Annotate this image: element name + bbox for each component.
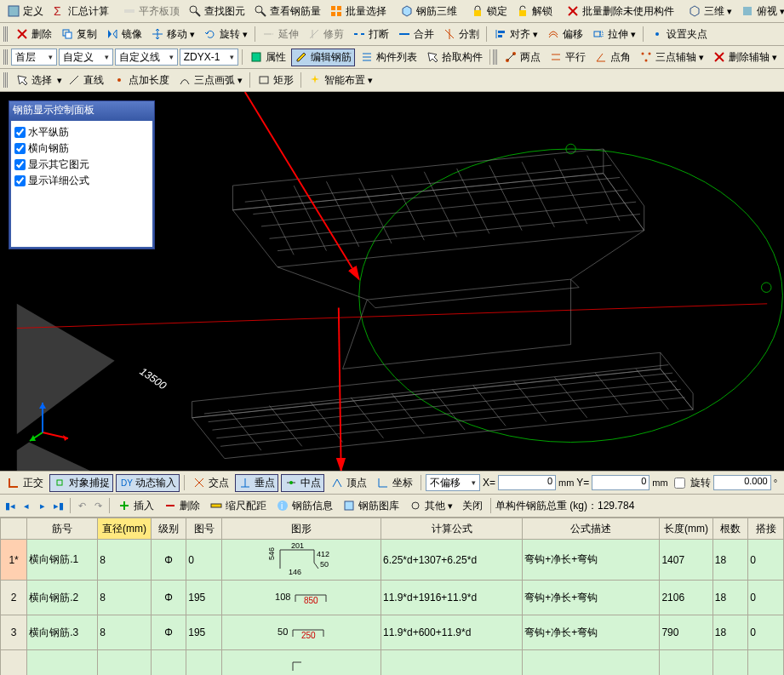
snap-btn[interactable]: 对象捕捉 <box>49 474 113 492</box>
props-btn[interactable]: 属性 <box>246 49 289 66</box>
define-btn[interactable]: 定义 <box>3 3 47 20</box>
rect-btn[interactable]: 矩形 <box>254 72 297 89</box>
parallel-btn[interactable]: 平行 <box>546 49 589 66</box>
smart-btn[interactable]: 智能布置▾ <box>305 72 376 89</box>
custom-input[interactable] <box>61 50 103 64</box>
lock-btn[interactable]: 锁定 <box>467 3 511 20</box>
chk-item[interactable]: 水平纵筋 <box>14 124 149 140</box>
chk-item[interactable]: 显示详细公式 <box>14 173 149 189</box>
table-row[interactable]: 3 横向钢筋.3 8 Φ 195 50 250 11.9*d+600+11.9*… <box>1 615 784 650</box>
find-btn[interactable]: 查找图元 <box>185 3 249 20</box>
delaux-btn[interactable]: 删除辅轴▾ <box>709 49 781 66</box>
x-input[interactable]: 0 <box>498 475 556 490</box>
rebar3d-btn[interactable]: 钢筋三维 <box>397 3 461 20</box>
mirror-icon <box>106 27 119 41</box>
merge-btn[interactable]: 合并 <box>394 26 438 43</box>
break-btn[interactable]: 打断 <box>349 26 392 43</box>
twopoint-btn[interactable]: 两点 <box>501 49 544 66</box>
3d-btn[interactable]: 三维▾ <box>684 3 735 20</box>
mid-btn[interactable]: 中点 <box>281 474 324 492</box>
threepoint-btn[interactable]: 三点辅轴▾ <box>636 49 707 66</box>
svg-rect-9 <box>331 12 335 16</box>
rotate-btn[interactable]: 旋转▾ <box>200 26 251 43</box>
layer-input[interactable] <box>14 50 47 64</box>
select-btn[interactable]: 选择 <box>12 72 55 89</box>
customline-dd[interactable]: ▾ <box>115 49 178 66</box>
close-btn[interactable]: 关闭 <box>459 497 486 515</box>
rot-chk[interactable] <box>674 478 685 489</box>
ortho-btn[interactable]: 正交 <box>3 474 47 492</box>
vertex-btn[interactable]: 顶点 <box>327 474 370 492</box>
rebarinfo-btn[interactable]: i钢筋信息 <box>272 497 336 515</box>
y-input[interactable]: 0 <box>592 475 650 490</box>
pointangle-btn[interactable]: 点角 <box>591 49 634 66</box>
split-btn[interactable]: 分割 <box>439 26 483 43</box>
move-btn[interactable]: 移动▾ <box>147 26 198 43</box>
summary-btn[interactable]: Σ汇总计算 <box>49 3 112 20</box>
redo-icon[interactable]: ↷ <box>91 499 105 512</box>
prev-icon[interactable]: ◂ <box>20 499 33 512</box>
svg-line-56 <box>17 304 767 329</box>
toolbar-edit: 删除 复制 镜像 移动▾ 旋转▾ 延伸 修剪 打断 合并 分割 对齐▾ 偏移 拉… <box>0 23 784 46</box>
offset-btn[interactable]: 偏移 <box>543 26 587 43</box>
svg-point-5 <box>255 6 262 13</box>
first-icon[interactable]: ▮◂ <box>3 499 17 512</box>
next-icon[interactable]: ▸ <box>36 499 49 512</box>
svg-text:250: 250 <box>301 631 316 640</box>
undo-icon[interactable]: ↶ <box>75 499 89 512</box>
svg-rect-97 <box>57 480 62 485</box>
pick-btn[interactable]: 拾取构件 <box>422 49 486 66</box>
del-btn[interactable]: 删除 <box>160 497 203 515</box>
setpoint-btn[interactable]: 设置夹点 <box>647 26 711 43</box>
rotate-icon <box>203 27 217 41</box>
chk-item[interactable]: 显示其它图元 <box>14 157 149 173</box>
intersect-btn[interactable]: 交点 <box>189 474 232 492</box>
perp-btn[interactable]: 垂点 <box>235 474 278 492</box>
trim-btn[interactable]: 修剪 <box>304 26 347 43</box>
arc-btn[interactable]: 三点画弧▾ <box>175 72 246 89</box>
table-row[interactable]: 2 横向钢筋.2 8 Φ 195 108 850 11.9*d+1916+11.… <box>1 581 784 615</box>
batchdel-btn[interactable]: 批量删除未使用构件 <box>563 3 678 20</box>
dimension-label: 13500 <box>138 365 169 392</box>
mirror-btn[interactable]: 镜像 <box>102 26 146 43</box>
editrebar-btn[interactable]: 编辑钢筋 <box>291 49 355 66</box>
rebar-table[interactable]: 筋号 直径(mm) 级别 图号 图形 计算公式 公式描述 长度(mm) 根数 搭… <box>0 517 784 675</box>
stretch-btn[interactable]: 拉伸▾ <box>588 26 639 43</box>
scaledist-btn[interactable]: 缩尺配距 <box>206 497 270 515</box>
viewrebar-btn[interactable]: 查看钢筋量 <box>250 3 324 20</box>
unlock-btn[interactable]: 解锁 <box>512 3 556 20</box>
addpoint-btn[interactable]: 点加长度 <box>109 72 173 89</box>
copy-btn[interactable]: 复制 <box>57 26 100 43</box>
last-icon[interactable]: ▸▮ <box>52 499 66 512</box>
svg-line-81 <box>359 178 392 243</box>
snap-icon <box>53 476 66 489</box>
dyn-btn[interactable]: DYN动态输入 <box>116 474 180 492</box>
coord-btn[interactable]: 坐标 <box>373 474 416 492</box>
insert-btn[interactable]: 插入 <box>114 497 157 515</box>
other-btn[interactable]: 其他▾ <box>405 497 456 515</box>
rot-input[interactable]: 0.000 <box>713 475 771 490</box>
search-icon <box>254 4 267 18</box>
line-btn[interactable]: 直线 <box>64 72 107 89</box>
code-dd[interactable]: ▾ <box>180 49 238 66</box>
list-icon <box>360 50 374 64</box>
custom-dd[interactable]: ▾ <box>59 49 113 66</box>
layer-dd[interactable]: ▾ <box>11 49 57 66</box>
del-btn[interactable]: 删除 <box>12 26 55 43</box>
batchsel-btn[interactable]: 批量选择 <box>326 3 390 20</box>
extend-btn[interactable]: 延伸 <box>259 26 302 43</box>
align-btn[interactable]: 对齐▾ <box>490 26 541 43</box>
viewport-3d[interactable]: 13500 钢筋显示控制面板 水平纵筋 横向钢筋 显示其它图元 显示详细公式 <box>0 92 784 471</box>
bias-dd[interactable]: ▾ <box>426 474 480 491</box>
persp-btn[interactable]: 俯视▾ <box>737 3 784 20</box>
svg-line-6 <box>261 12 266 16</box>
delete-icon <box>15 27 29 41</box>
table-row[interactable]: 1* 横向钢筋.1 8 Φ 0 54620141250146 6.25*d+13… <box>1 540 784 581</box>
chk-item[interactable]: 横向钢筋 <box>14 140 149 157</box>
memberlist-btn[interactable]: 构件列表 <box>357 49 421 66</box>
table-row[interactable] <box>1 650 784 676</box>
code-input[interactable] <box>182 50 228 64</box>
slab-btn[interactable]: 平齐板顶 <box>119 3 183 20</box>
customline-input[interactable] <box>117 50 168 64</box>
rebarlib-btn[interactable]: 钢筋图库 <box>339 497 403 515</box>
